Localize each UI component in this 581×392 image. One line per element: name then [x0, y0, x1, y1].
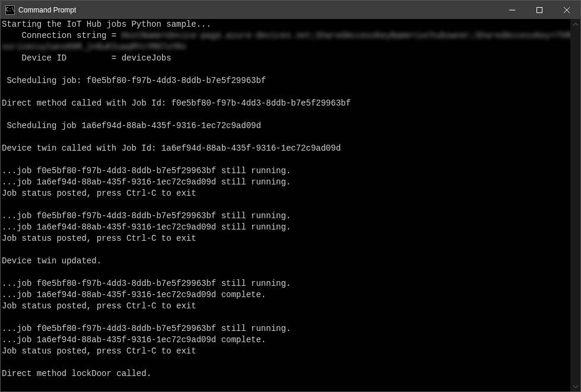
terminal-line: Scheduling job: f0e5bf80-f97b-4dd3-8ddb-…: [2, 75, 570, 87]
terminal-line: Direct method lockDoor called.: [2, 368, 570, 380]
close-button[interactable]: [553, 1, 580, 19]
terminal-line: [2, 199, 570, 211]
minimize-icon: [509, 7, 515, 13]
terminal-area: Starting the IoT Hub jobs Python sample.…: [1, 19, 580, 391]
terminal-line: ...job 1a6ef94d-88ab-435f-9316-1ec72c9ad…: [2, 222, 570, 233]
terminal-text: ...job 1a6ef94d-88ab-435f-9316-1ec72c9ad…: [2, 177, 291, 187]
terminal-line: Job status posted, press Ctrl-C to exit: [2, 233, 570, 244]
terminal-line: Job status posted, press Ctrl-C to exit: [2, 301, 570, 312]
terminal-line: Device twin updated.: [2, 256, 570, 267]
chevron-up-icon: [573, 23, 578, 26]
terminal-line: ...job f0e5bf80-f97b-4dd3-8ddb-b7e5f2996…: [2, 323, 570, 334]
terminal-line: [2, 87, 570, 98]
terminal-text: ...job 1a6ef94d-88ab-435f-9316-1ec72c9ad…: [2, 290, 266, 299]
terminal-text: Device twin updated.: [2, 256, 101, 266]
minimize-button[interactable]: [499, 1, 526, 19]
terminal-line: ...job f0e5bf80-f97b-4dd3-8ddb-b7e5f2996…: [2, 165, 570, 177]
terminal-text: ...job 1a6ef94d-88ab-435f-9316-1ec72c9ad…: [2, 335, 266, 345]
terminal-line: [2, 154, 570, 165]
terminal-text: ...job 1a6ef94d-88ab-435f-9316-1ec72c9ad…: [2, 222, 291, 232]
redacted-text: sorisecuytwnsKHM_jn8uKIuaqMYcYM87uYRx: [2, 42, 186, 52]
terminal-text: Job status posted, press Ctrl-C to exit: [2, 346, 196, 356]
terminal-line: [2, 357, 570, 368]
terminal-line: ...job 1a6ef94d-88ab-435f-9316-1ec72c9ad…: [2, 289, 570, 301]
maximize-icon: [536, 7, 542, 13]
terminal-line: Scheduling job 1a6ef94d-88ab-435f-9316-1…: [2, 120, 570, 132]
terminal-line: ...job 1a6ef94d-88ab-435f-9316-1ec72c9ad…: [2, 177, 570, 188]
terminal-line: [2, 312, 570, 323]
close-icon: [564, 7, 570, 13]
window-controls: [499, 1, 580, 19]
terminal-text: Job status posted, press Ctrl-C to exit: [2, 301, 196, 311]
scroll-up-button[interactable]: [570, 19, 580, 29]
terminal-text: ...job f0e5bf80-f97b-4dd3-8ddb-b7e5f2996…: [2, 279, 291, 288]
terminal-line: ...job f0e5bf80-f97b-4dd3-8ddb-b7e5f2996…: [2, 211, 570, 222]
svg-rect-1: [537, 7, 542, 12]
scroll-down-button[interactable]: [570, 381, 580, 391]
scrollbar[interactable]: [570, 19, 580, 391]
terminal-text: ...job f0e5bf80-f97b-4dd3-8ddb-b7e5f2996…: [2, 211, 291, 221]
terminal-text: Job status posted, press Ctrl-C to exit: [2, 189, 196, 198]
terminal-line: Connection string = HostName=device-page…: [2, 30, 570, 42]
terminal-line: [2, 267, 570, 278]
terminal-line: Direct method called with Job Id: f0e5bf…: [2, 98, 570, 109]
terminal-text: Device twin called with Job Id: 1a6ef94d…: [2, 144, 341, 153]
terminal-text: Device ID = deviceJobs: [2, 53, 172, 63]
terminal-output[interactable]: Starting the IoT Hub jobs Python sample.…: [1, 19, 570, 391]
terminal-text: ...job f0e5bf80-f97b-4dd3-8ddb-b7e5f2996…: [2, 324, 291, 333]
terminal-line: [2, 244, 570, 256]
terminal-text: Direct method called with Job Id: f0e5bf…: [2, 98, 351, 108]
terminal-line: ...job 1a6ef94d-88ab-435f-9316-1ec72c9ad…: [2, 334, 570, 346]
terminal-line: [2, 132, 570, 143]
terminal-line: [2, 109, 570, 120]
terminal-line: Job status posted, press Ctrl-C to exit: [2, 346, 570, 357]
terminal-text: Connection string =: [2, 31, 122, 40]
maximize-button[interactable]: [526, 1, 553, 19]
terminal-line: Device twin called with Job Id: 1a6ef94d…: [2, 143, 570, 154]
terminal-line: sorisecuytwnsKHM_jn8uKIuaqMYcYM87uYRx: [2, 42, 570, 53]
chevron-down-icon: [573, 385, 578, 388]
terminal-line: ...job f0e5bf80-f97b-4dd3-8ddb-b7e5f2996…: [2, 391, 570, 391]
terminal-line: ...job f0e5bf80-f97b-4dd3-8ddb-b7e5f2996…: [2, 278, 570, 289]
terminal-text: ...job f0e5bf80-f97b-4dd3-8ddb-b7e5f2996…: [2, 166, 291, 176]
terminal-text: Scheduling job: f0e5bf80-f97b-4dd3-8ddb-…: [2, 76, 266, 85]
cmd-icon: C:\: [5, 5, 15, 15]
terminal-line: Job status posted, press Ctrl-C to exit: [2, 188, 570, 199]
terminal-line: Device ID = deviceJobs: [2, 53, 570, 64]
terminal-text: Direct method lockDoor called.: [2, 369, 151, 378]
terminal-text: Starting the IoT Hub jobs Python sample.…: [2, 20, 211, 29]
terminal-text: Job status posted, press Ctrl-C to exit: [2, 234, 196, 243]
redacted-text: HostName=device-page.azure-devices.net;S…: [122, 31, 570, 40]
terminal-text: Scheduling job 1a6ef94d-88ab-435f-9316-1…: [2, 121, 261, 130]
window-title: Command Prompt: [18, 6, 76, 14]
titlebar[interactable]: C:\ Command Prompt: [1, 1, 580, 19]
terminal-line: [2, 380, 570, 391]
terminal-line: [2, 64, 570, 75]
terminal-line: Starting the IoT Hub jobs Python sample.…: [2, 19, 570, 30]
